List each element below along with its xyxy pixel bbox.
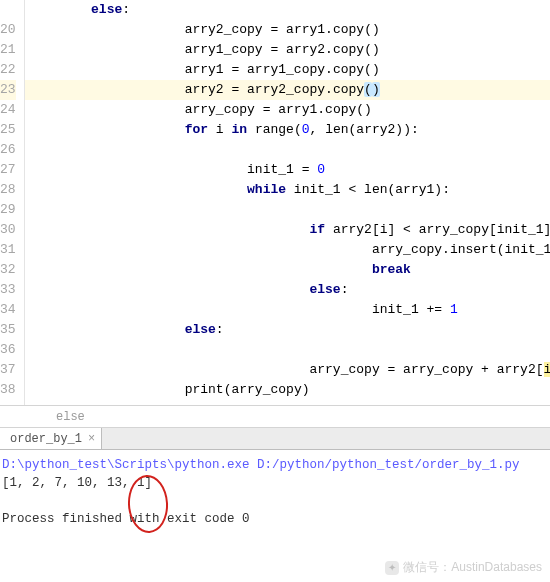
line-number: 23 xyxy=(0,80,16,100)
code-line[interactable]: else: xyxy=(25,0,550,20)
line-number: 35 xyxy=(0,320,16,340)
code-line[interactable]: for i in range(0, len(arry2)): xyxy=(25,120,550,140)
line-number: 36 xyxy=(0,340,16,360)
code-line[interactable] xyxy=(25,140,550,160)
console-tab-row: order_by_1 × xyxy=(0,428,550,450)
code-area[interactable]: else: arry2_copy = arry1.copy() arry1_co… xyxy=(25,0,550,405)
line-number xyxy=(0,400,16,420)
line-number: 33 xyxy=(0,280,16,300)
line-number: 25 xyxy=(0,120,16,140)
code-line[interactable]: while init_1 < len(arry1): xyxy=(25,180,550,200)
line-number: 21 xyxy=(0,40,16,60)
watermark: ✦ 微信号：AustinDatabases xyxy=(385,559,542,576)
code-line[interactable]: init_1 += 1 xyxy=(25,300,550,320)
line-number: 38 xyxy=(0,380,16,400)
code-line[interactable]: init_1 = 0 xyxy=(25,160,550,180)
code-line[interactable]: else: xyxy=(25,280,550,300)
console-result: [1, 2, 7, 10, 13, 1] xyxy=(2,474,548,492)
console-output[interactable]: D:\python_test\Scripts\python.exe D:/pyt… xyxy=(0,450,550,560)
code-line[interactable]: if arry2[i] < arry_copy[init_1]: xyxy=(25,220,550,240)
line-number-gutter: 20212223242526272829303132333435363738 xyxy=(0,0,25,405)
line-number: 31 xyxy=(0,240,16,260)
code-line[interactable] xyxy=(25,200,550,220)
watermark-text: 微信号：AustinDatabases xyxy=(403,559,542,576)
line-number: 22 xyxy=(0,60,16,80)
line-number: 26 xyxy=(0,140,16,160)
wechat-icon: ✦ xyxy=(385,561,399,575)
editor-pane[interactable]: 20212223242526272829303132333435363738 e… xyxy=(0,0,550,406)
code-line[interactable]: arry1 = arry1_copy.copy() xyxy=(25,60,550,80)
line-number: 20 xyxy=(0,20,16,40)
tab-run-config[interactable]: order_by_1 × xyxy=(0,428,102,449)
code-line[interactable]: print(arry_copy) xyxy=(25,380,550,400)
code-line[interactable]: arry_copy = arry1.copy() xyxy=(25,100,550,120)
line-number: 30 xyxy=(0,220,16,240)
line-number: 37 xyxy=(0,360,16,380)
console-status: Process finished with exit code 0 xyxy=(2,510,548,528)
code-line[interactable]: arry_copy.insert(init_1 + i, arry2[i]) xyxy=(25,240,550,260)
line-number: 34 xyxy=(0,300,16,320)
code-line[interactable] xyxy=(25,400,550,420)
line-number: 24 xyxy=(0,100,16,120)
line-number: 32 xyxy=(0,260,16,280)
line-number: 27 xyxy=(0,160,16,180)
code-line[interactable]: break xyxy=(25,260,550,280)
code-line[interactable]: arry_copy = arry_copy + arry2[i:] xyxy=(25,360,550,380)
line-number xyxy=(0,0,16,20)
code-line[interactable]: arry1_copy = arry2.copy() xyxy=(25,40,550,60)
console-command: D:\python_test\Scripts\python.exe D:/pyt… xyxy=(2,456,548,474)
line-number: 29 xyxy=(0,200,16,220)
code-line[interactable]: arry2 = arry2_copy.copy() xyxy=(25,80,550,100)
line-number: 28 xyxy=(0,180,16,200)
tab-label: order_by_1 xyxy=(10,432,82,446)
code-line[interactable] xyxy=(25,340,550,360)
code-line[interactable]: else: xyxy=(25,320,550,340)
code-line[interactable]: arry2_copy = arry1.copy() xyxy=(25,20,550,40)
close-icon[interactable]: × xyxy=(88,432,95,446)
